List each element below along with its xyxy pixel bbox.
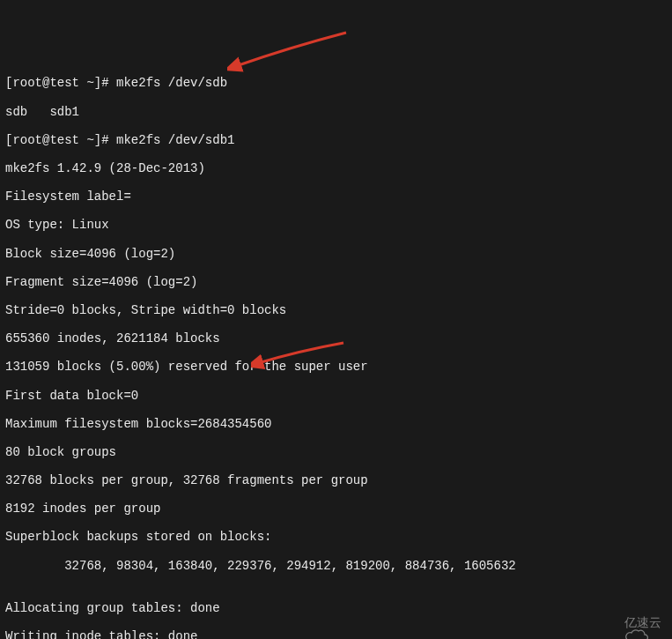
watermark: 亿速云 [594, 614, 661, 630]
output-line: Writing inode tables: done [5, 629, 667, 639]
output-line: First data block=0 [5, 389, 667, 403]
output-line: Block size=4096 (log=2) [5, 247, 667, 261]
output-line: 80 block groups [5, 445, 667, 459]
output-line: 131059 blocks (5.00%) reserved for the s… [5, 360, 667, 374]
output-line: 32768, 98304, 163840, 229376, 294912, 81… [5, 559, 667, 573]
output-line: 32768 blocks per group, 32768 fragments … [5, 473, 667, 487]
output-line: 8192 inodes per group [5, 502, 667, 516]
watermark-text: 亿速云 [624, 615, 661, 629]
output-line: Allocating group tables: done [5, 601, 667, 615]
output-line: OS type: Linux [5, 218, 667, 232]
output-line: mke2fs 1.42.9 (28-Dec-2013) [5, 161, 667, 175]
prompt-line: [root@test ~]# mke2fs /dev/sdb1 [5, 133, 667, 147]
output-line: Maximum filesystem blocks=2684354560 [5, 417, 667, 431]
cloud-logo-icon [594, 614, 619, 630]
output-line: Fragment size=4096 (log=2) [5, 275, 667, 289]
output-line: Filesystem label= [5, 189, 667, 204]
output-line: Stride=0 blocks, Stripe width=0 blocks [5, 303, 667, 317]
output-line: 655360 inodes, 2621184 blocks [5, 331, 667, 346]
output-line: Superblock backups stored on blocks: [5, 530, 667, 544]
output-line: sdb sdb1 [5, 105, 667, 119]
terminal-output[interactable]: [root@test ~]# mke2fs /dev/sdb sdb sdb1 … [5, 62, 667, 639]
prompt-line: [root@test ~]# mke2fs /dev/sdb [5, 76, 667, 90]
